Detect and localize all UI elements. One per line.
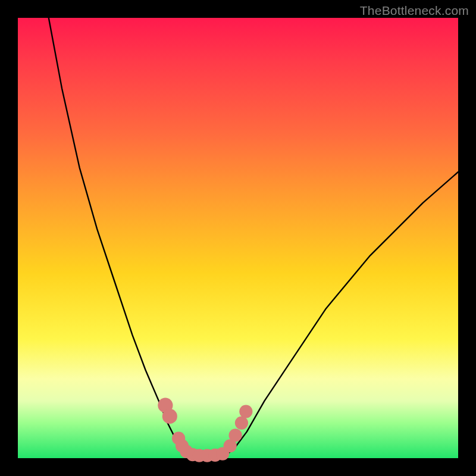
line-layer bbox=[49, 18, 458, 458]
valley-marker bbox=[235, 416, 248, 430]
chart-svg bbox=[18, 18, 458, 458]
marker-layer bbox=[158, 398, 252, 462]
valley-marker bbox=[239, 405, 252, 418]
bottleneck-curve bbox=[49, 18, 458, 458]
valley-marker bbox=[228, 428, 242, 441]
valley-marker bbox=[162, 409, 177, 424]
watermark-text: TheBottleneck.com bbox=[360, 4, 469, 18]
chart-frame: TheBottleneck.com bbox=[0, 0, 476, 476]
